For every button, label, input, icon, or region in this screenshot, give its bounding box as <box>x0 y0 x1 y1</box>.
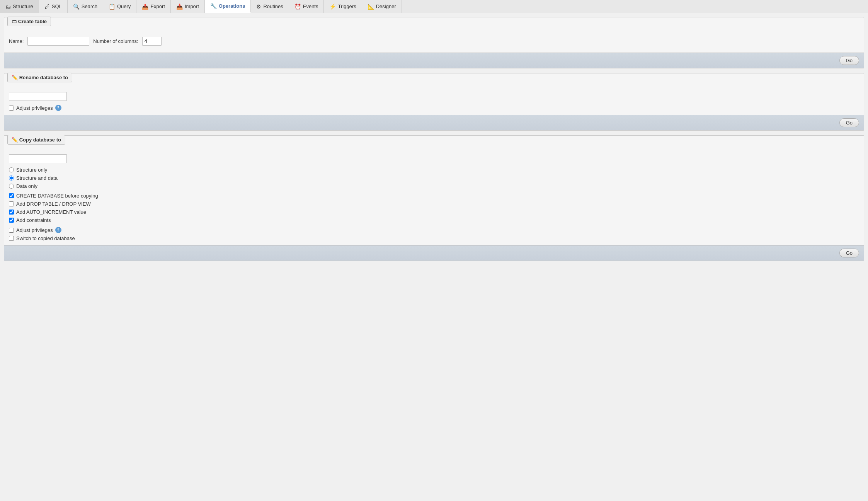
main-content: 🗃 Create table Name: Number of columns: … <box>0 13 868 269</box>
tab-structure[interactable]: 🗂 Structure <box>0 0 39 13</box>
radio-structure-only[interactable] <box>9 167 14 172</box>
tab-triggers[interactable]: ⚡ Triggers <box>324 0 362 13</box>
nav-bar: 🗂 Structure 🖊 SQL 🔍 Search 📋 Query 📤 Exp… <box>0 0 868 13</box>
copy-help-icon[interactable]: ? <box>55 227 61 233</box>
sql-icon: 🖊 <box>44 3 50 10</box>
switch-copied-database-checkbox[interactable] <box>9 236 14 241</box>
create-database-checkbox[interactable] <box>9 193 14 198</box>
drop-table-checkbox[interactable] <box>9 201 14 206</box>
add-constraints-label: Add constraints <box>16 217 51 223</box>
rename-database-go-button[interactable]: Go <box>839 118 859 127</box>
columns-count-input[interactable] <box>142 37 162 46</box>
columns-label: Number of columns: <box>93 38 138 44</box>
radio-data-only-label: Data only <box>16 183 37 189</box>
drop-table-label: Add DROP TABLE / DROP VIEW <box>16 201 91 207</box>
drop-table-checkbox-row: Add DROP TABLE / DROP VIEW <box>9 201 859 207</box>
rename-database-input[interactable] <box>9 92 67 101</box>
rename-adjust-privileges-row: Adjust privileges ? <box>9 105 859 111</box>
auto-increment-checkbox-row: Add AUTO_INCREMENT value <box>9 209 859 215</box>
designer-icon: 📐 <box>368 3 374 10</box>
copy-database-go-button[interactable]: Go <box>839 249 859 257</box>
radio-structure-only-row: Structure only <box>9 167 859 173</box>
copy-database-input[interactable] <box>9 154 67 163</box>
copy-extra-options: Adjust privileges ? Switch to copied dat… <box>9 227 859 241</box>
switch-copied-database-row: Switch to copied database <box>9 235 859 241</box>
copy-mode-radio-group: Structure only Structure and data Data o… <box>9 167 859 189</box>
auto-increment-checkbox[interactable] <box>9 210 14 215</box>
rename-adjust-privileges-label: Adjust privileges <box>16 105 53 111</box>
add-constraints-checkbox[interactable] <box>9 218 14 223</box>
tab-query[interactable]: 📋 Query <box>103 0 136 13</box>
create-table-body: Name: Number of columns: <box>4 30 864 49</box>
query-icon: 📋 <box>109 3 115 10</box>
copy-adjust-privileges-label: Adjust privileges <box>16 227 53 233</box>
copy-database-body: Structure only Structure and data Data o… <box>4 148 864 241</box>
tab-routines[interactable]: ⚙ Routines <box>251 0 289 13</box>
tab-sql[interactable]: 🖊 SQL <box>39 0 68 13</box>
auto-increment-label: Add AUTO_INCREMENT value <box>16 209 86 215</box>
radio-structure-and-data-label: Structure and data <box>16 175 58 181</box>
rename-database-header: ✏️ Rename database to <box>7 73 72 82</box>
export-icon: 📤 <box>142 3 148 10</box>
tab-operations[interactable]: 🔧 Operations <box>205 0 251 13</box>
create-table-header: 🗃 Create table <box>7 17 51 26</box>
tab-search[interactable]: 🔍 Search <box>68 0 103 13</box>
copy-database-footer: Go <box>4 245 864 261</box>
import-icon: 📥 <box>176 3 183 10</box>
rename-icon: ✏️ <box>12 75 18 80</box>
add-constraints-checkbox-row: Add constraints <box>9 217 859 223</box>
create-database-label: CREATE DATABASE before copying <box>16 193 98 199</box>
create-table-section: 🗃 Create table Name: Number of columns: … <box>4 17 864 68</box>
tab-designer[interactable]: 📐 Designer <box>362 0 402 13</box>
search-icon: 🔍 <box>73 3 80 10</box>
copy-database-section: ✏️ Copy database to Structure only Struc… <box>4 135 864 261</box>
copy-checkboxes-group: CREATE DATABASE before copying Add DROP … <box>9 193 859 223</box>
name-label: Name: <box>9 38 24 44</box>
create-table-footer: Go <box>4 53 864 68</box>
operations-icon: 🔧 <box>210 3 217 9</box>
copy-database-header: ✏️ Copy database to <box>7 135 65 145</box>
copy-adjust-privileges-row: Adjust privileges ? <box>9 227 859 233</box>
create-database-checkbox-row: CREATE DATABASE before copying <box>9 193 859 199</box>
tab-export[interactable]: 📤 Export <box>136 0 171 13</box>
create-table-go-button[interactable]: Go <box>839 56 859 65</box>
rename-adjust-privileges-checkbox[interactable] <box>9 106 14 111</box>
rename-help-icon[interactable]: ? <box>55 105 61 111</box>
events-icon: ⏰ <box>294 3 301 10</box>
rename-database-footer: Go <box>4 115 864 130</box>
radio-structure-and-data-row: Structure and data <box>9 175 859 181</box>
rename-database-section: ✏️ Rename database to Adjust privileges … <box>4 73 864 131</box>
tab-import[interactable]: 📥 Import <box>171 0 205 13</box>
structure-icon: 🗂 <box>5 3 11 10</box>
create-table-form-row: Name: Number of columns: <box>9 34 859 49</box>
copy-adjust-privileges-checkbox[interactable] <box>9 228 14 233</box>
rename-database-body: Adjust privileges ? <box>4 86 864 111</box>
radio-data-only-row: Data only <box>9 183 859 189</box>
tab-events[interactable]: ⏰ Events <box>289 0 324 13</box>
switch-copied-database-label: Switch to copied database <box>16 235 75 241</box>
triggers-icon: ⚡ <box>329 3 336 10</box>
routines-icon: ⚙ <box>256 3 261 10</box>
create-table-icon: 🗃 <box>12 19 17 24</box>
radio-data-only[interactable] <box>9 184 14 189</box>
radio-structure-only-label: Structure only <box>16 167 47 173</box>
copy-icon: ✏️ <box>12 137 18 143</box>
radio-structure-and-data[interactable] <box>9 176 14 181</box>
table-name-input[interactable] <box>27 37 89 46</box>
